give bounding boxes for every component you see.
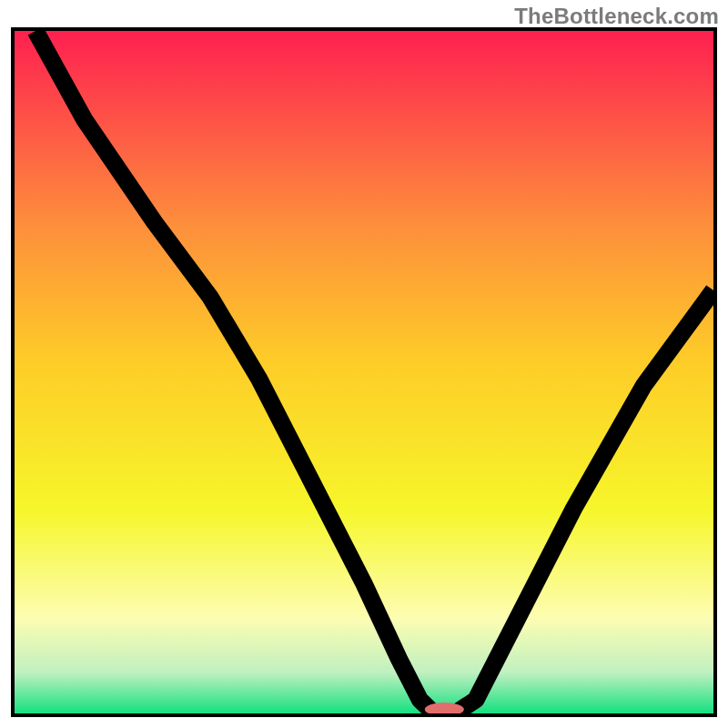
watermark-text: TheBottleneck.com [514, 4, 719, 29]
plot-area [11, 27, 717, 717]
plot-svg [15, 31, 713, 713]
chart-frame: TheBottleneck.com [0, 0, 728, 728]
gradient-background [15, 31, 713, 713]
